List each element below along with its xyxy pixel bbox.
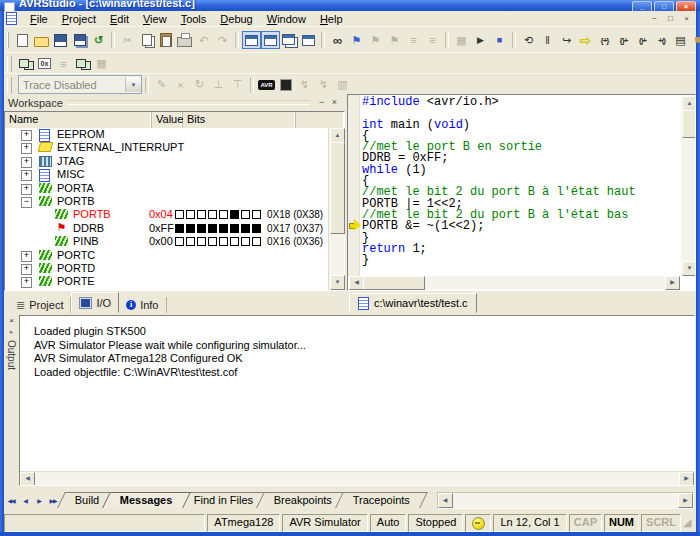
toolbar-grip[interactable] [7,77,12,93]
tab-info[interactable]: iInfo [119,297,166,313]
new-button[interactable] [13,31,32,49]
copy-button[interactable] [137,31,156,49]
tree-row-porte[interactable]: +PORTE [5,275,329,288]
chevron-down-icon[interactable]: ▼ [125,77,141,92]
bit-clear[interactable] [230,237,239,246]
find-button[interactable]: ∞ [328,31,347,49]
step-return-button[interactable]: ↪ [557,31,576,49]
bit-set[interactable] [175,224,184,233]
code-editor[interactable]: #include <avr/io.h> int main (void){//me… [347,94,696,291]
redo-button[interactable]: ↷ [213,31,232,49]
bookmark-toggle-button[interactable]: ⚑ [347,31,366,49]
pane-close-button[interactable]: × [328,97,341,109]
close-button[interactable]: × [676,1,696,11]
tree-row-pinb-register[interactable]: PINB0x000X16 (0X36) [5,235,329,248]
indent-button[interactable]: ≡ [404,31,423,49]
collapse-icon[interactable]: − [21,197,32,208]
bit-clear[interactable] [219,237,228,246]
document-tab[interactable]: c:\winavr\test/test.c [349,293,477,313]
bit-clear[interactable] [252,210,261,219]
tab-messages[interactable]: Messages [103,492,191,508]
trace-combo[interactable]: Trace Disabled ▼ [18,75,142,94]
menu-file[interactable]: File [23,12,55,26]
pane-menu-button[interactable]: − [315,97,328,109]
print-button[interactable] [175,31,194,49]
bit-clear[interactable] [208,210,217,219]
autostep-button[interactable]: ▤ [671,31,690,49]
tree-row-porta[interactable]: +PORTA [5,182,329,195]
output-log[interactable]: Loaded plugin STK500AVR Simulator Please… [19,315,695,486]
prev-tab-button[interactable]: ◀ [18,493,32,507]
expand-icon[interactable]: + [21,264,32,275]
watch-view-button[interactable] [73,55,92,73]
code-line[interactable]: int main (void) [362,120,680,131]
bit-clear[interactable] [241,210,250,219]
bit-set[interactable] [197,224,206,233]
bit-clear[interactable] [208,237,217,246]
toggle-output-button[interactable] [261,31,280,49]
trace-edit-button[interactable]: ✎ [152,76,171,94]
tree-row-misc[interactable]: +MISC [5,168,329,181]
output-pin-button[interactable]: ▸ [6,327,17,337]
scrollbar-thumb[interactable] [363,276,425,290]
mdi-restore-button[interactable]: □ [663,13,678,25]
output-close-button[interactable]: × [6,316,17,327]
editor-hscrollbar[interactable]: ◀ ▶ [349,276,680,289]
trace-run-button[interactable]: ↻ [190,76,209,94]
jtag-button[interactable]: ↯ [314,76,333,94]
menu-debug[interactable]: Debug [213,12,259,26]
scroll-down-icon[interactable]: ▼ [682,261,696,276]
show-next-statement-button[interactable]: ⇨ [576,31,595,49]
next-tab-button[interactable]: ▶ [32,493,46,507]
io-view-button[interactable] [16,55,35,73]
mdi-close-button[interactable]: × [679,13,694,25]
bit-clear[interactable] [252,237,261,246]
bit-set[interactable] [252,224,261,233]
first-tab-button[interactable]: ◀◀ [4,493,18,507]
toolbar-grip[interactable] [7,32,9,48]
tab-i-o[interactable]: I/O [71,292,119,313]
editor-vscrollbar[interactable]: ▲ ▼ [681,96,695,276]
expand-icon[interactable]: + [21,143,32,154]
bit-clear[interactable] [175,210,184,219]
scroll-up-icon[interactable]: ▲ [682,96,696,111]
resize-grip[interactable]: ◢ [683,514,696,532]
bit-set[interactable] [230,210,239,219]
save-button[interactable] [51,31,70,49]
expand-icon[interactable]: + [21,170,32,181]
stop-button[interactable]: ■ [490,31,509,49]
output-hscrollbar[interactable]: ◀ ▶ [20,471,694,485]
bit-set[interactable] [219,224,228,233]
bit-set[interactable] [208,224,217,233]
disassembler-view-button[interactable]: ≡ [54,55,73,73]
register-view-button[interactable]: ▦ [92,55,111,73]
run-to-cursor-button[interactable]: +() [652,31,671,49]
workspace-scrollbar[interactable]: ▲ ▼ [328,128,344,290]
hw-debug-button[interactable]: ▥ [333,76,352,94]
menu-view[interactable]: View [136,12,174,26]
tab-hscrollbar[interactable]: ◀ ▶ [437,492,694,509]
scrollbar-thumb[interactable] [330,142,345,234]
cascade-windows-button[interactable] [280,31,299,49]
tree-row-ddrb-register[interactable]: ⚑DDRB0xFF0X17 (0X37) [5,222,329,235]
tree-row-external-interrupt[interactable]: +EXTERNAL_INTERRUPT [5,141,329,154]
column-value[interactable]: Value [152,112,183,128]
menu-window[interactable]: Window [260,12,313,26]
code-line[interactable]: PORTB &= ~(1<<2); [362,221,680,232]
scroll-right-icon[interactable]: ▶ [665,276,680,290]
open-button[interactable] [32,31,51,49]
bit-clear[interactable] [197,210,206,219]
expand-icon[interactable]: + [21,251,32,262]
code-line[interactable]: #include <avr/io.h> [362,97,680,108]
menu-help[interactable]: Help [313,12,350,26]
bit-clear[interactable] [175,237,184,246]
tree-row-portb[interactable]: −PORTB [5,195,329,208]
expand-icon[interactable]: + [21,277,32,288]
tree-row-portd[interactable]: +PORTD [5,262,329,275]
trace-out-button[interactable]: ⊤ [228,76,247,94]
run-button[interactable]: ▶ [471,31,490,49]
tab-tracepoints[interactable]: Tracepoints [336,492,429,508]
bit-clear[interactable] [186,210,195,219]
bookmark-prev-button[interactable]: ⚑ [385,31,404,49]
tree-row-eeprom[interactable]: +EEPROM [5,128,329,141]
